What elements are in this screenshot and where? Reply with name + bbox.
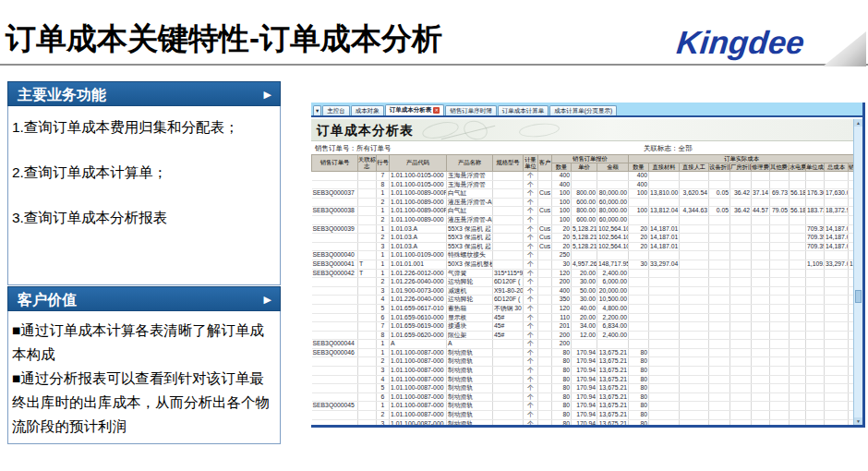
- table-row[interactable]: 41.01.226-0040-000运动脚轮6D120F (个35030.001…: [312, 296, 854, 305]
- col-header[interactable]: 单位成本: [806, 163, 825, 172]
- table-row[interactable]: SEB3Q00004011.01.100-0109-000特殊螺纹接头个250: [312, 251, 854, 260]
- table-cell: 1.01.226-0040-000: [390, 296, 447, 305]
- tab-console[interactable]: 主控台: [322, 105, 350, 116]
- filter-row: 销售订单号：所有订单号 关联标志：全部: [311, 142, 853, 154]
- table-row[interactable]: SEB3Q00004611.01.100-0087-000制动滑轨个80170.…: [312, 348, 854, 357]
- table-row[interactable]: SEB3Q00003911.01.03.A55X3 保温机 起个Cus205,1…: [312, 224, 854, 234]
- table-cell: [538, 172, 552, 181]
- group-header-actual-cost[interactable]: 订单实际成本: [629, 155, 853, 163]
- table-cell: 80,000.00: [597, 207, 629, 216]
- table-row[interactable]: SEB3Q000041T11.01.01.00150X3 保温机整机个304,9…: [312, 260, 854, 269]
- table-cell: [770, 172, 790, 181]
- col-header[interactable]: 水电费: [790, 163, 806, 172]
- col-header[interactable]: 产品名称: [447, 155, 493, 172]
- tab-sales-order-journal[interactable]: 销售订单序时簿: [445, 105, 497, 116]
- scroll-up-icon[interactable]: ▲: [854, 119, 862, 127]
- table-row[interactable]: SEB3Q0000441AA个200: [312, 340, 854, 349]
- table-row[interactable]: 21.01.100-0089-000液压悬浮滑管-A型个100600.0060,…: [312, 215, 854, 224]
- table-cell: [358, 419, 377, 425]
- table-cell: 4,800.00: [597, 304, 629, 313]
- table-cell: [709, 367, 730, 376]
- col-header[interactable]: 数量: [629, 163, 649, 172]
- scroll-down-icon[interactable]: ▼: [854, 417, 862, 425]
- col-header[interactable]: 设备折旧: [709, 163, 730, 172]
- table-cell: [312, 234, 358, 243]
- tab-scroll-button[interactable]: ▾: [313, 105, 321, 116]
- col-header[interactable]: 总成本: [825, 163, 849, 172]
- table-cell: [358, 322, 377, 332]
- table-cell: 5,128.21: [572, 242, 597, 251]
- table-cell: [752, 322, 770, 332]
- table-row[interactable]: 71.01.659-0619-000接通块45#个20134.006,834.0…: [312, 322, 854, 332]
- table-cell: [730, 172, 752, 181]
- table-cell: [358, 411, 377, 420]
- table-row[interactable]: 21.01.100-0087-000制动滑轨个80170.9413,675.21…: [312, 357, 854, 367]
- table-row[interactable]: 61.01.100-0087-000制动滑轨个80170.9413,675.21…: [312, 392, 854, 402]
- tab-cost-object[interactable]: 成本对象: [351, 105, 384, 116]
- table-cell: [680, 296, 709, 305]
- col-header[interactable]: 直接材料: [649, 163, 680, 172]
- table-cell: [680, 278, 709, 287]
- table-row[interactable]: 41.01.100-0087-000制动滑轨个80170.9413,675.21…: [312, 375, 854, 384]
- tab-cost-sheet-paged[interactable]: 成本计算单(分页显示): [549, 105, 617, 116]
- col-header[interactable]: 产品代码: [390, 155, 447, 172]
- table-row[interactable]: 21.01.03.A55X3 保温机 起个Cus205,128.21102,56…: [312, 234, 854, 243]
- table-row[interactable]: 21.01.100-0089-000液压悬浮滑管-A型个100600.0060,…: [312, 198, 854, 207]
- col-header[interactable]: 计量单位: [524, 155, 538, 172]
- table-row[interactable]: 81.01.659-0620-000限位架45#个20012.002,400.0…: [312, 331, 854, 340]
- table-cell: 1: [377, 260, 390, 269]
- col-header[interactable]: 行号: [377, 155, 390, 172]
- table-cell: [312, 242, 358, 251]
- col-header[interactable]: 单价: [572, 163, 597, 172]
- table-row[interactable]: SEB3Q00003811.01.100-0089-000P白气缸个Cus100…: [312, 207, 854, 216]
- col-header[interactable]: 客户: [538, 155, 552, 172]
- table-cell: 315*115*9: [493, 269, 524, 278]
- table-row[interactable]: SEB3Q00003711.01.100-0089-000P白气缸个Cus100…: [312, 189, 854, 199]
- table-row[interactable]: 31.01.900-0073-000减速机X91-80-20(个40050.00…: [312, 286, 854, 296]
- tab-order-cost-sheet[interactable]: 订单成本计算单: [498, 105, 549, 116]
- table-cell: [730, 260, 752, 269]
- col-header[interactable]: 修理费: [752, 163, 770, 172]
- tab-order-cost-analysis[interactable]: 订单成本分析表 ✕: [385, 104, 445, 115]
- table-row[interactable]: 71.01.100-0105-000玉海悬浮滑管个400400: [312, 172, 854, 181]
- table-cell: [312, 419, 358, 425]
- table-row[interactable]: 51.01.100-0087-000制动滑轨个80170.9413,675.21…: [312, 384, 854, 393]
- col-header[interactable]: 关联标志: [358, 155, 377, 172]
- table-row[interactable]: 21.01.226-0040-000运动脚轮6D120F (个20030.006…: [312, 278, 854, 287]
- table-row[interactable]: 81.01.100-0105-000玉海悬浮滑管个400400: [312, 180, 854, 189]
- col-header[interactable]: 直接人工: [680, 163, 709, 172]
- table-row[interactable]: 21.01.100-0087-000制动滑轨个80170.9413,675.21…: [312, 411, 854, 420]
- col-header[interactable]: 金额: [597, 163, 629, 172]
- close-icon[interactable]: ✕: [433, 107, 440, 114]
- col-header[interactable]: 其他费用: [770, 163, 790, 172]
- table-cell: 13,675.21: [597, 419, 629, 425]
- table-cell: 13,675.21: [597, 384, 629, 393]
- col-header[interactable]: 数量: [552, 163, 572, 172]
- table-row[interactable]: SEB3Q00004511.01.100-0087-000制动滑轨个80170.…: [312, 402, 854, 411]
- table-row[interactable]: SEB3Q000042T11.01.226-0012-000气弹簧315*115…: [312, 269, 854, 278]
- table-cell: [572, 180, 597, 189]
- table-row[interactable]: 31.01.100-0087-000制动滑轨个80170.9413,675.21…: [312, 419, 854, 425]
- table-cell: [806, 392, 825, 402]
- table-cell: [649, 411, 680, 420]
- table-cell: [358, 224, 377, 234]
- col-header[interactable]: 销售订单号: [312, 155, 358, 172]
- table-cell: [790, 322, 806, 332]
- table-cell: [752, 180, 770, 189]
- table-cell: 30.00: [572, 278, 597, 287]
- vertical-scrollbar[interactable]: ▲ ▼: [853, 119, 862, 425]
- col-header[interactable]: 厂房折旧: [730, 163, 752, 172]
- table-cell: 30.00: [572, 296, 597, 305]
- table-cell: [790, 251, 806, 260]
- table-cell: [752, 392, 770, 402]
- scrollbar-thumb[interactable]: [855, 290, 862, 303]
- col-header[interactable]: 规格型号: [493, 155, 524, 172]
- table-row[interactable]: 51.01.659-0617-010蓄热箱不锈钢 30个12040.004,80…: [312, 304, 854, 313]
- table-cell: [709, 419, 730, 425]
- table-row[interactable]: 31.01.100-0087-000制动滑轨个80170.9413,675.21…: [312, 367, 854, 376]
- table-cell: T: [358, 260, 377, 269]
- group-header-sales-price[interactable]: 销售订单报价: [552, 155, 629, 163]
- table-cell: 1: [377, 348, 390, 357]
- table-row[interactable]: 31.01.03.A55X3 保温机 起个Cus205,128.21102,56…: [312, 242, 854, 251]
- table-row[interactable]: 61.01.659-0610-000显示板45#个11020.002,200.0…: [312, 313, 854, 322]
